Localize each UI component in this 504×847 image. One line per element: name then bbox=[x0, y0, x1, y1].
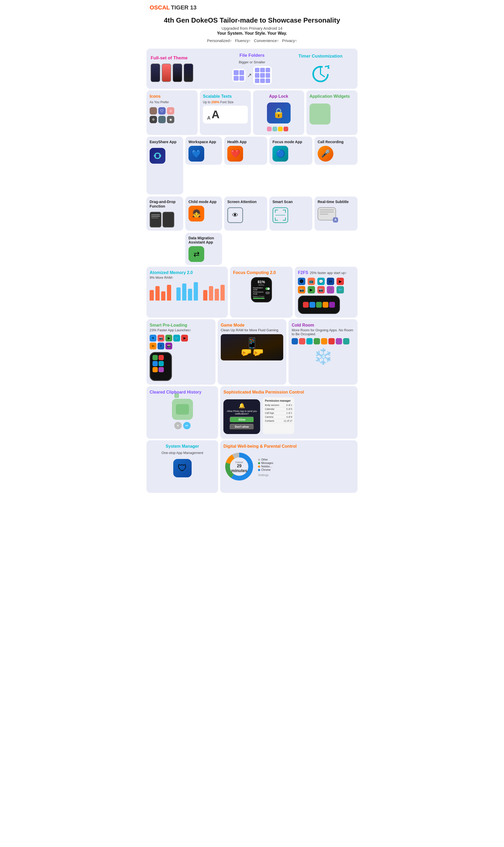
cr-app-5 bbox=[321, 338, 327, 344]
memory-bars bbox=[150, 282, 225, 300]
scalable-pct2: Font Size bbox=[220, 100, 234, 104]
hand-right-icon: 🤛 bbox=[252, 347, 264, 358]
scan-corner-br bbox=[283, 218, 286, 221]
membar-2 bbox=[156, 286, 160, 300]
dnd-visual bbox=[150, 212, 180, 227]
preload-app-3: ▶ bbox=[165, 335, 172, 342]
brand-tiger: TIGER 13 bbox=[171, 4, 197, 11]
timer-label: Timer Customization bbox=[299, 54, 343, 59]
arrow-expand-icon: ↗ bbox=[247, 72, 252, 79]
folder-small-icon bbox=[232, 69, 246, 82]
easyshare-cell: EasyShare App bbox=[146, 137, 183, 194]
phone-mockup-2 bbox=[162, 64, 171, 82]
call-rec-cell: Call Recording 🎤 bbox=[314, 137, 358, 165]
atomized-memory-cell: Atomized Memory 2.0 9% More RAM↑ bbox=[146, 267, 228, 317]
f2fs-p-icon-3 bbox=[316, 302, 322, 308]
focus-label: Focus mode App bbox=[272, 140, 309, 144]
health-icon: ❤️ bbox=[227, 146, 243, 161]
preload-app-4: 🐦 bbox=[173, 335, 180, 342]
folder-icon-demo: ↗ bbox=[232, 66, 272, 85]
perm-item-calllog-label: Call logs bbox=[265, 412, 274, 414]
dnd-line2 bbox=[151, 216, 160, 217]
hero-tagline: Your System. Your Style. Your Way. bbox=[150, 31, 354, 36]
f2fs-icon-6: 📸 bbox=[298, 286, 305, 293]
donut-chart-wrap: TODAY 29 minutes bbox=[223, 451, 255, 483]
file-folders-label: File Folders bbox=[239, 53, 264, 58]
scalable-texts-cell: Scalable Texts Up to 200% Font Size A A bbox=[200, 90, 251, 135]
scan-line bbox=[275, 215, 285, 215]
pphone-3 bbox=[152, 361, 158, 366]
smart-scan-icon bbox=[272, 207, 288, 223]
preload-cell: Smart Pre-Loading 23% Faster App Launche… bbox=[146, 319, 216, 385]
pphone-6 bbox=[159, 367, 164, 372]
legend-notepad-label: Notebo... bbox=[261, 465, 272, 468]
membar-8 bbox=[194, 282, 198, 300]
membar-11 bbox=[215, 289, 219, 300]
perm-ui-wrap: 🔔 Allow Photo App to send you notificati… bbox=[223, 397, 354, 434]
fc-mode-label: Equalization mode bbox=[253, 287, 266, 291]
feature-fluency: Fluency↑ bbox=[235, 38, 251, 43]
icon-shield: 🛡 bbox=[158, 107, 166, 115]
fc-bar bbox=[253, 298, 265, 299]
legend-messages: Messages bbox=[258, 462, 273, 465]
fc-bar-label: Battery Power bbox=[253, 296, 270, 297]
legend-messages-label: Messages bbox=[261, 462, 273, 465]
clipboard-cursor bbox=[175, 394, 179, 398]
clipboard-cell: Cleared Clipboard History ✕ ✏ bbox=[146, 386, 218, 439]
feature-convenience: Convenience↑ bbox=[254, 38, 279, 43]
widget-icon bbox=[309, 104, 330, 124]
perm-dialog-header: 🔔 Allow Photo App to send you notificati… bbox=[227, 402, 257, 415]
icons-label: Icons bbox=[150, 94, 161, 99]
wellbeing-cell: Digital Well-being & Parental Control TO… bbox=[220, 440, 358, 493]
file-folders-sub: Bigger or Smaller bbox=[239, 60, 265, 64]
preload-phone-icons bbox=[152, 355, 169, 372]
link-icon bbox=[153, 151, 162, 160]
wellbeing-chart-wrap: TODAY 29 minutes Other Messages Notebo..… bbox=[223, 451, 354, 483]
perm-deny-button[interactable]: Don't allow bbox=[230, 424, 254, 430]
realtime-sub-label: Real-time Subtitle bbox=[318, 200, 354, 204]
file-folders-cell: File Folders Bigger or Smaller ↗ bbox=[219, 53, 285, 85]
perm-item-body-count: 0 of 1 bbox=[286, 404, 292, 407]
fc-battery-label: Battery bbox=[253, 284, 270, 286]
widgets-cell: Application Widgets bbox=[306, 90, 358, 135]
dnd-screen-2 bbox=[162, 212, 174, 227]
legend-dot-other bbox=[258, 459, 260, 461]
smart-scan-label: Smart Scan bbox=[272, 200, 309, 204]
cr-app-3 bbox=[306, 338, 313, 344]
sysmgr-cell: System Manager One-stop App Management 🛡 bbox=[146, 440, 218, 493]
timer-svg bbox=[310, 63, 331, 84]
phone-mockup-1 bbox=[151, 64, 160, 82]
subtitle-line1 bbox=[320, 209, 334, 210]
phone-mockup-3 bbox=[173, 64, 182, 82]
f2fs-header: F2FS 25% faster app start up↑ bbox=[298, 270, 354, 275]
perm-item-calendar-label: Calendar bbox=[265, 408, 274, 410]
smart-scan-cell: Smart Scan bbox=[269, 196, 312, 231]
sysmgr-sub: One-stop App Management bbox=[161, 451, 203, 455]
easyshare-label: EasyShare App bbox=[150, 140, 180, 144]
screen-attn-icon: 👁 bbox=[227, 207, 243, 223]
game-hands: 🤜 🤛 bbox=[240, 347, 264, 358]
fc-toggle-off bbox=[265, 292, 270, 294]
preload-app-2: 📷 bbox=[158, 335, 164, 342]
f2fs-icons: 🅥 📺 💬 in ▶ 📸 ▶ 📷 🎵 🐦 bbox=[298, 278, 345, 293]
preload-app-8: 📸 bbox=[165, 343, 172, 349]
preload-sub: 23% Faster App Launches↑ bbox=[150, 328, 212, 332]
fc-mode-row: Equalization mode bbox=[253, 287, 270, 291]
perm-allow-button[interactable]: Allow bbox=[230, 417, 254, 423]
dnd-label: Drag-and-Drop Function bbox=[150, 200, 180, 209]
fullset-theme-cell: Full-set of Theme bbox=[151, 55, 217, 82]
scalable-pct: 200% bbox=[211, 100, 219, 104]
perm-dialog-title: Allow Photo App to send you notification… bbox=[227, 410, 257, 415]
perm-item-body-label: Body sensors bbox=[265, 404, 279, 407]
fc-perf-row: Performance mode bbox=[253, 291, 270, 295]
perm-item-calendar: Calendar5 of 5 bbox=[265, 407, 292, 411]
apps-row3: Data Migration Assistant App ⇄ bbox=[146, 233, 358, 265]
dnd-screen-1 bbox=[150, 212, 161, 227]
icon-grid: 🛡 ⊙ ⚙ ◉ bbox=[150, 107, 174, 123]
icon-app: ◉ bbox=[167, 116, 174, 123]
f2fs-icon-10: 🐦 bbox=[337, 286, 344, 293]
icons-cell: Icons As You Prefer 🛡 ⊙ ⚙ ◉ bbox=[146, 90, 198, 135]
hero-subtitle: Upgraded from Primary Android 14 bbox=[150, 26, 354, 31]
scan-corner-bl bbox=[275, 218, 278, 221]
focus-icon: 🔵 bbox=[272, 146, 288, 161]
